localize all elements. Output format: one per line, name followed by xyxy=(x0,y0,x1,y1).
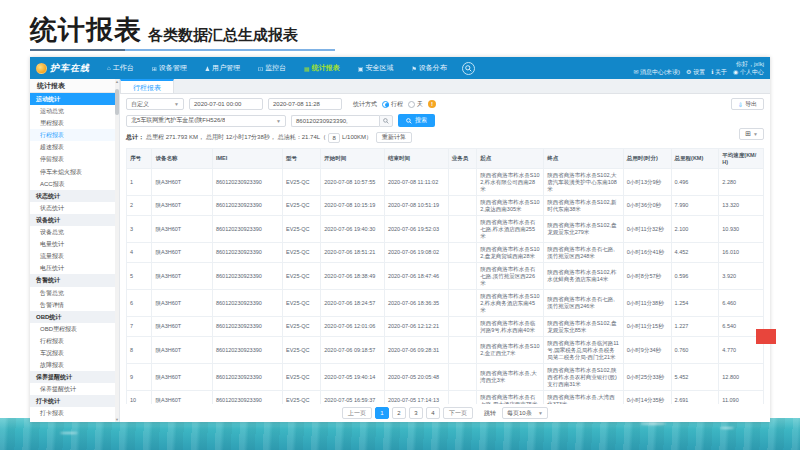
top-link-label: 关于 xyxy=(715,69,727,75)
sidebar-item-打卡报表[interactable]: 打卡报表 xyxy=(30,407,119,419)
sidebar-item-告警总览[interactable]: 告警总览 xyxy=(30,287,119,299)
page-button-1[interactable]: 1 xyxy=(375,407,389,419)
sidebar-item-告警统计[interactable]: 告警统计 xyxy=(30,274,119,286)
scrollbar-thumb[interactable] xyxy=(115,89,119,115)
sidebar-item-保养提醒统计[interactable]: 保养提醒统计 xyxy=(30,383,119,395)
sidebar-item-状态统计[interactable]: 状态统计 xyxy=(30,202,119,214)
sidebar-item-行程报表[interactable]: 行程报表 xyxy=(30,335,119,347)
top-link-关于[interactable]: ℹ 关于 xyxy=(711,68,727,76)
top-link-label: 消息中心(未读) xyxy=(640,69,680,75)
sidebar-item-状态统计[interactable]: 状态统计 xyxy=(30,190,119,202)
scroll-up-icon[interactable]: ▲ xyxy=(115,79,119,84)
sidebar-item-停留报表[interactable]: 停留报表 xyxy=(30,153,119,165)
total-duration: 总用时 12小时17分38秒， xyxy=(206,133,276,142)
date-from-input[interactable]: 2020-07-01 00:00 xyxy=(189,98,263,110)
table-row[interactable]: 7陕A3H60T860120230923390EV25-QC2020-07-06… xyxy=(127,317,764,337)
table-row[interactable]: 1陕A3H60T860120230923390EV25-QC2020-07-08… xyxy=(127,169,764,196)
radio-day[interactable]: 天 xyxy=(408,100,423,109)
brand-name: 护车在线 xyxy=(50,62,90,75)
page-button-3[interactable]: 3 xyxy=(409,407,423,419)
table-cell: 10 xyxy=(127,391,152,405)
column-settings-button[interactable]: ⊞ ▼ xyxy=(739,128,764,140)
table-cell: 0小时25分33秒 xyxy=(623,364,671,391)
table-cell: 860120230923390 xyxy=(212,317,282,337)
nav-item-设备管理[interactable]: ⊞设备管理 xyxy=(143,57,196,79)
tab-trip-report[interactable]: 行程报表 xyxy=(120,79,174,93)
sidebar-item-故障报表[interactable]: 故障报表 xyxy=(30,359,119,371)
table-cell: 6 xyxy=(127,290,152,317)
date-to-input[interactable]: 2020-07-08 11:28 xyxy=(268,98,342,110)
sidebar-item-运动统计[interactable]: 运动统计 xyxy=(30,93,119,105)
imei-input[interactable]: 860120230923390, xyxy=(291,115,379,127)
table-row[interactable]: 5陕A3H60T860120230923390EV25-QC2020-07-06… xyxy=(127,263,764,290)
sidebar-item-ACC报表[interactable]: ACC报表 xyxy=(30,178,119,190)
top-link-个人中心[interactable]: ◉ 个人中心 xyxy=(733,68,764,76)
brand[interactable]: 护车在线 xyxy=(30,62,98,75)
sidebar-item-OBD里程报表[interactable]: OBD里程报表 xyxy=(30,323,119,335)
search-button[interactable]: 搜索 xyxy=(398,114,435,127)
table-cell: 8 xyxy=(127,337,152,364)
sidebar-item-告警详情[interactable]: 告警详情 xyxy=(30,299,119,311)
sidebar-item-里程报表[interactable]: 里程报表 xyxy=(30,117,119,129)
sidebar-item-行程报表[interactable]: 行程报表 xyxy=(30,129,119,141)
recalculate-button[interactable]: 重新计算 xyxy=(376,132,412,143)
sidebar-item-超速报表[interactable]: 超速报表 xyxy=(30,141,119,153)
table-row[interactable]: 3陕A3H60T860120230923390EV25-QC2020-07-06… xyxy=(127,216,764,243)
nav-item-用户管理[interactable]: ♟用户管理 xyxy=(196,57,249,79)
scroll-down-icon[interactable]: ▼ xyxy=(115,417,119,422)
table-row[interactable]: 6陕A3H60T860120230923390EV25-QC2020-07-06… xyxy=(127,290,764,317)
table-cell: 0小时11分32秒 xyxy=(623,216,671,243)
nav-item-设备分布[interactable]: ⚑设备分布 xyxy=(402,57,455,79)
table-cell: 2020-07-05 17:14:13 xyxy=(384,391,448,405)
table-cell: 陕西省商洛市柞水县S102,新时代东南38米 xyxy=(544,196,624,216)
table-cell: 2020-07-08 11:11:02 xyxy=(384,169,448,196)
table-cell: 陕西省商洛市柞水县S102,柞水商务酒店东南45米 xyxy=(477,290,544,317)
table-cell: 陕西省商洛市柞水县临河路11号,国家税务总局柞水县税务局第二税务分局-西门北21… xyxy=(544,337,624,364)
sidebar-item-流量报表[interactable]: 流量报表 xyxy=(30,250,119,262)
sidebar-scrollbar[interactable]: ▲ ▼ xyxy=(115,79,119,422)
table-row[interactable]: 4陕A3H60T860120230923390EV25-QC2020-07-06… xyxy=(127,243,764,263)
table-row[interactable]: 10陕A3H60T860120230923390EV25-QC2020-07-0… xyxy=(127,391,764,405)
sidebar-item-设备总览[interactable]: 设备总览 xyxy=(30,226,119,238)
nav-search-button[interactable] xyxy=(462,62,475,75)
next-page-button[interactable]: 下一页 xyxy=(443,407,473,419)
summary-prefix: 总计： xyxy=(126,133,144,142)
export-button[interactable]: ⇩ 导出 xyxy=(731,98,764,110)
table-cell: 陕西省商洛市柞水县,大湾西北3米 xyxy=(477,364,544,391)
date-range-select[interactable]: 自定义 ▼ xyxy=(126,98,184,110)
prev-page-button[interactable]: 上一页 xyxy=(342,407,372,419)
table-row[interactable]: 9陕A3H60T860120230923390EV25-QC2020-07-05… xyxy=(127,364,764,391)
column-header-结束时间: 结束时间 xyxy=(384,149,448,169)
device-select[interactable]: 北5车联网重汽护车金星(陕FH526/8 ▼ xyxy=(126,115,286,127)
sidebar-item-保养提醒统计[interactable]: 保养提醒统计 xyxy=(30,371,119,383)
sidebar: 统计报表 运动统计运动总览里程报表行程报表超速报表停留报表停车未熄火报表ACC报… xyxy=(30,79,120,422)
imei-search-addon[interactable] xyxy=(379,115,393,127)
table-cell xyxy=(448,364,477,391)
page-button-2[interactable]: 2 xyxy=(392,407,406,419)
nav-item-安全区域[interactable]: ▣安全区域 xyxy=(349,57,403,79)
sidebar-item-打卡统计[interactable]: 打卡统计 xyxy=(30,395,119,407)
sidebar-item-电量统计[interactable]: 电量统计 xyxy=(30,238,119,250)
sidebar-item-车况报表[interactable]: 车况报表 xyxy=(30,347,119,359)
table-cell: 0小时11分15秒 xyxy=(623,317,671,337)
table-row[interactable]: 8陕A3H60T860120230923390EV25-QC2020-07-06… xyxy=(127,337,764,364)
sidebar-item-运动总览[interactable]: 运动总览 xyxy=(30,105,119,117)
sidebar-item-OBD统计[interactable]: OBD统计 xyxy=(30,311,119,323)
nav-item-监控台[interactable]: ⊡监控台 xyxy=(249,57,295,79)
sidebar-item-电压统计[interactable]: 电压统计 xyxy=(30,262,119,274)
page-button-4[interactable]: 4 xyxy=(426,407,440,419)
table-cell: 860120230923390 xyxy=(212,391,282,405)
table-row[interactable]: 2陕A3H60T860120230923390EV25-QC2020-07-08… xyxy=(127,196,764,216)
top-link-消息中心(未读)[interactable]: ✉ 消息中心(未读) xyxy=(633,68,680,76)
sidebar-item-设备统计[interactable]: 设备统计 xyxy=(30,214,119,226)
radio-trip[interactable]: 行程 xyxy=(382,100,403,109)
nav-item-工作台[interactable]: ⌂工作台 xyxy=(98,57,143,79)
top-link-设置[interactable]: ⚙ 设置 xyxy=(686,68,705,76)
nav-item-统计报表[interactable]: ▦统计报表 xyxy=(295,57,349,79)
sidebar-item-停车未熄火报表[interactable]: 停车未熄火报表 xyxy=(30,166,119,178)
page-size-select[interactable]: 每页10条 ▼ xyxy=(502,407,548,419)
column-header-起点: 起点 xyxy=(477,149,544,169)
fuel-rate-input[interactable]: 8 xyxy=(328,133,340,143)
help-icon[interactable]: ! xyxy=(428,100,436,108)
table-cell: 860120230923390 xyxy=(212,290,282,317)
